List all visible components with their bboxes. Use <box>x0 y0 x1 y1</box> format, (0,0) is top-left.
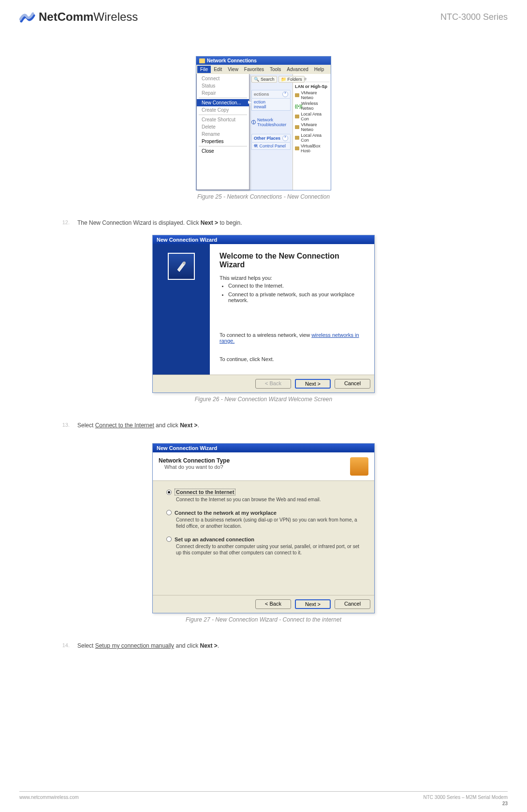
menu-file[interactable]: File <box>197 66 211 73</box>
page-footer: www.netcommwireless.com NTC 3000 Series … <box>19 791 508 806</box>
radio-desc: Connect to a business network (using dia… <box>176 517 361 530</box>
search-icon: 🔍 <box>254 77 259 82</box>
wizard-header-title: Network Connection Type <box>159 457 230 464</box>
file-menu-properties[interactable]: Properties <box>197 138 249 145</box>
list-item[interactable]: VMware Netwo <box>294 122 330 132</box>
other-places-header[interactable]: Other Places˄ <box>251 134 291 143</box>
wizard-header-sub: What do you want to do? <box>164 464 230 470</box>
wizard-glyph-icon <box>350 457 368 476</box>
wizard-wireless-text: To connect to a wireless network, view w… <box>220 332 365 344</box>
file-dropdown-menu: Connect Status Repair New Connection... … <box>196 74 249 190</box>
device-icon <box>295 136 299 140</box>
footer-url: www.netcommwireless.com <box>19 795 79 806</box>
step-number: 13. <box>58 422 70 429</box>
window-titlebar: Network Connections <box>196 57 331 65</box>
svg-point-0 <box>183 261 186 264</box>
back-button[interactable]: < Back <box>255 599 291 609</box>
menu-advanced[interactable]: Advanced <box>284 66 311 73</box>
device-icon <box>295 93 299 97</box>
radio-label: Connect to the network at my workplace <box>175 510 277 516</box>
chevron-up-icon: ˄ <box>282 91 288 97</box>
file-menu-create-copy[interactable]: Create Copy <box>197 106 249 114</box>
step-text: The New Connection Wizard is displayed. … <box>77 219 242 226</box>
back-button: < Back <box>255 379 291 389</box>
brand-logo: NetCommWireless <box>19 10 138 24</box>
radio-advanced[interactable] <box>166 536 172 542</box>
wizard-helps: This wizard helps you: <box>220 275 365 281</box>
modem-icon <box>173 257 190 276</box>
wizard-continue: To continue, click Next. <box>220 356 365 362</box>
radio-workplace[interactable] <box>166 510 172 515</box>
menu-help[interactable]: Help <box>311 66 327 73</box>
file-menu-create-shortcut[interactable]: Create Shortcut <box>197 116 249 123</box>
wizard-bullet: Connect to the Internet. <box>228 283 365 289</box>
cancel-button[interactable]: Cancel <box>335 599 370 609</box>
sidebar-new-connection[interactable]: ection <box>254 100 288 104</box>
step-text: Select Connect to the Internet and click… <box>77 422 199 429</box>
menubar: File Edit View Favorites Tools Advanced … <box>196 65 331 74</box>
file-menu-rename[interactable]: Rename <box>197 130 249 138</box>
file-menu-close[interactable]: Close <box>197 147 249 155</box>
series-label: NTC-3000 Series <box>440 12 508 22</box>
toolbar-search[interactable]: 🔍Search <box>251 76 277 83</box>
wizard-heading: Welcome to the New Connection Wizard <box>220 252 365 269</box>
list-item[interactable]: VirtualBox Host- <box>294 143 330 154</box>
tasks-sidebar: 🔍Search 📁Folders ections˄ ection irewall… <box>249 74 293 190</box>
list-item[interactable]: VMware Netwo <box>294 90 330 101</box>
new-connection-wizard-type: New Connection Wizard Network Connection… <box>152 443 375 613</box>
wizard-banner <box>153 244 210 375</box>
step-text: Select Setup my connection manually and … <box>77 642 219 649</box>
file-menu-repair[interactable]: Repair <box>197 89 249 97</box>
wizard-titlebar: New Connection Wizard <box>153 235 374 244</box>
brand-light: Wireless <box>93 10 138 23</box>
sidebar-troubleshooter[interactable]: Network Troubleshooter <box>257 117 291 127</box>
radio-connect-internet[interactable] <box>166 490 172 495</box>
next-button[interactable]: Next > <box>295 379 331 389</box>
sidebar-control-panel[interactable]: 🛠 Control Panel <box>254 144 288 148</box>
network-connections-window: Network Connections File Edit View Favor… <box>196 56 331 190</box>
info-icon: ⓘ <box>251 119 256 126</box>
radio-label: Set up an advanced connection <box>175 536 254 542</box>
menu-view[interactable]: View <box>225 66 241 73</box>
device-icon <box>295 125 299 129</box>
folders-icon: 📁 <box>281 77 286 82</box>
chevron-up-icon: ˄ <box>282 135 288 141</box>
sidebar-firewall[interactable]: irewall <box>254 104 288 109</box>
wizard-bullet: Connect to a private network, such as yo… <box>228 291 365 303</box>
window-title: Network Connections <box>207 58 257 63</box>
cancel-button[interactable]: Cancel <box>335 379 370 389</box>
figure-26-caption: Figure 26 - New Connection Wizard Welcom… <box>19 396 508 403</box>
list-item[interactable]: Local Area Con <box>294 132 330 143</box>
file-menu-status[interactable]: Status <box>197 82 249 89</box>
file-menu-new-connection[interactable]: New Connection... <box>197 99 249 106</box>
radio-label: Connect to the Internet <box>175 489 235 495</box>
radio-desc: Connect directly to another computer usi… <box>176 543 361 556</box>
toolbar-folders[interactable]: 📁Folders <box>278 76 305 83</box>
app-icon <box>199 58 205 63</box>
footer-product: NTC 3000 Series – M2M Serial Modem <box>423 795 508 800</box>
page-number: 23 <box>423 801 508 806</box>
brand-strong: NetComm <box>39 10 93 23</box>
control-panel-icon: 🛠 <box>254 144 258 148</box>
radio-desc: Connect to the Internet so you can brows… <box>176 496 361 503</box>
file-menu-connect[interactable]: Connect <box>197 75 249 82</box>
menu-edit[interactable]: Edit <box>211 66 225 73</box>
wifi-icon: ((•)) <box>295 104 300 108</box>
next-button[interactable]: Next > <box>295 599 331 609</box>
step-number: 12. <box>58 219 70 226</box>
new-connection-wizard-welcome: New Connection Wizard Welcome to the New… <box>152 235 375 393</box>
device-icon <box>295 146 299 150</box>
connections-list: Name LAN or High-Sp VMware Netwo ((•))Wi… <box>293 74 331 190</box>
nettasks-header[interactable]: ections˄ <box>251 90 291 99</box>
step-number: 14. <box>58 642 70 649</box>
device-icon <box>295 115 299 118</box>
wizard-titlebar: New Connection Wizard <box>153 444 374 452</box>
figure-25-caption: Figure 25 - Network Connections - New Co… <box>19 193 508 200</box>
menu-favorites[interactable]: Favorites <box>241 66 267 73</box>
list-item[interactable]: ((•))Wireless Netwo <box>294 101 330 111</box>
figure-27-caption: Figure 27 - New Connection Wizard - Conn… <box>19 616 508 623</box>
list-item[interactable]: Local Area Con <box>294 111 330 122</box>
group-lan: LAN or High-Sp <box>294 82 330 90</box>
file-menu-delete[interactable]: Delete <box>197 123 249 130</box>
menu-tools[interactable]: Tools <box>267 66 284 73</box>
